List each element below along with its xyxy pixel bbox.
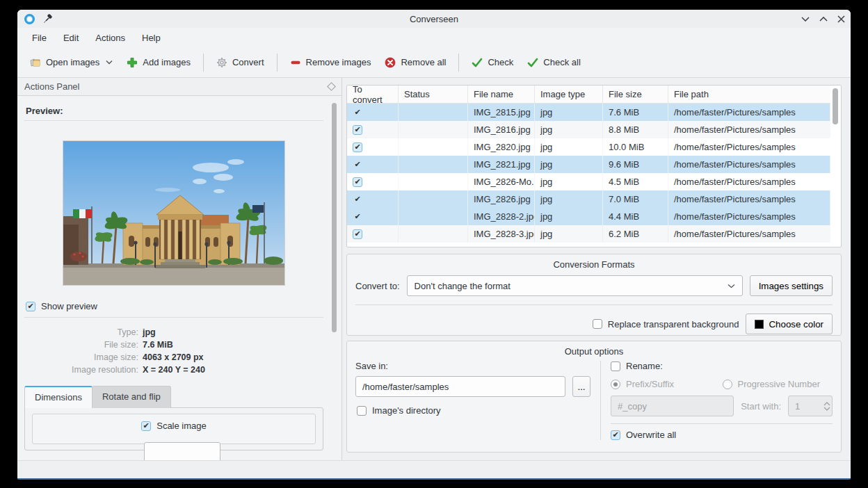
table-row[interactable]: ✔IMG_2828-3.jpgjpg6.2 MiB/home/faster/Pi… xyxy=(347,225,830,243)
table-row[interactable]: ✔IMG_2816.jpgjpg8.8 MiB/home/faster/Pict… xyxy=(347,121,830,138)
scale-image-checkbox[interactable]: ✔ Scale image xyxy=(141,421,207,431)
column-header-file-size[interactable]: File size xyxy=(603,86,668,103)
minimize-button[interactable] xyxy=(801,16,810,22)
rename-checkbox[interactable]: Rename: xyxy=(611,361,833,371)
file-path-cell: /home/faster/Pictures/samples xyxy=(668,138,830,156)
to-convert-cell: ✔ xyxy=(347,104,399,121)
to-convert-checkbox[interactable]: ✔ xyxy=(353,212,362,222)
remove-all-label: Remove all xyxy=(401,57,446,67)
replace-transparent-bg-checkbox[interactable]: Replace transparent background xyxy=(593,319,739,330)
table-row[interactable]: ✔IMG_2815.jpgjpg7.6 MiB/home/faster/Pict… xyxy=(347,104,830,121)
to-convert-cell: ✔ xyxy=(347,173,399,190)
menu-actions[interactable]: Actions xyxy=(88,30,133,46)
conversion-formats-title: Conversion Formats xyxy=(347,259,841,270)
scale-image-label: Scale image xyxy=(156,421,207,431)
table-row[interactable]: ✔IMG_2828-2.jpgjpg4.4 MiB/home/faster/Pi… xyxy=(347,208,830,225)
file-name-cell: IMG_2828-2.jpg xyxy=(468,208,535,225)
table-row[interactable]: ✔IMG_2826-Mo...jpg4.5 MiB/home/faster/Pi… xyxy=(347,173,830,190)
maximize-button[interactable] xyxy=(819,16,828,22)
convert-gear-icon xyxy=(216,57,227,68)
remove-images-label: Remove images xyxy=(306,57,371,67)
info-row: Type:jpg xyxy=(24,327,323,337)
rename-pattern-value: #_copy xyxy=(618,401,647,412)
progressive-number-radio[interactable]: Progressive Number xyxy=(723,379,821,389)
file-name-cell: IMG_2815.jpg xyxy=(468,104,535,121)
menu-edit[interactable]: Edit xyxy=(56,30,86,46)
table-row[interactable]: ✔IMG_2821.jpgjpg9.6 MiB/home/faster/Pict… xyxy=(347,156,830,173)
scale-mode-combobox[interactable] xyxy=(144,442,220,460)
table-row[interactable]: ✔IMG_2820.jpgjpg10.0 MiB/home/faster/Pic… xyxy=(347,138,830,156)
choose-color-button[interactable]: Choose color xyxy=(746,314,833,334)
file-name-cell: IMG_2826.jpg xyxy=(468,190,535,208)
save-path-input[interactable]: /home/faster/samples xyxy=(355,376,565,397)
status-cell xyxy=(399,190,468,208)
open-images-label: Open images xyxy=(46,57,99,67)
column-header-file-name[interactable]: File name xyxy=(468,86,535,103)
status-cell xyxy=(399,208,468,225)
to-convert-checkbox[interactable]: ✔ xyxy=(353,229,362,239)
convert-button[interactable]: Convert xyxy=(209,52,271,73)
rename-pattern-input[interactable]: #_copy xyxy=(611,396,734,416)
info-row: Image size:4063 x 2709 px xyxy=(24,352,323,362)
close-button[interactable] xyxy=(837,15,845,23)
prefix-suffix-radio[interactable]: Prefix/Suffix xyxy=(611,379,674,389)
choose-color-label: Choose color xyxy=(769,319,823,330)
start-with-spinbox[interactable]: 1 xyxy=(788,396,833,416)
images-settings-button[interactable]: Images settings xyxy=(750,275,833,296)
file-size-cell: 10.0 MiB xyxy=(603,138,668,156)
to-convert-checkbox[interactable]: ✔ xyxy=(353,160,362,170)
table-row[interactable]: ✔IMG_2826.jpgjpg7.0 MiB/home/faster/Pict… xyxy=(347,190,830,208)
statusbar xyxy=(17,460,851,478)
file-path-cell: /home/faster/Pictures/samples xyxy=(668,104,830,121)
tab-rotate-and-flip[interactable]: Rotate and flip xyxy=(92,386,171,408)
column-header-file-path[interactable]: File path xyxy=(668,86,830,103)
file-list-scrollbar-thumb[interactable] xyxy=(833,88,838,124)
actions-panel: Actions Panel Preview: xyxy=(17,78,342,460)
file-list-scrollbar[interactable] xyxy=(831,87,839,245)
overwrite-all-checkbox-box[interactable]: ✔ xyxy=(611,430,620,440)
to-convert-checkbox[interactable]: ✔ xyxy=(353,177,362,187)
file-name-cell: IMG_2828-3.jpg xyxy=(468,225,535,243)
check-button[interactable]: Check xyxy=(465,52,520,73)
to-convert-checkbox[interactable]: ✔ xyxy=(353,125,362,135)
column-header-image-type[interactable]: Image type xyxy=(535,86,603,103)
remove-all-button[interactable]: Remove all xyxy=(378,52,453,73)
menubar: File Edit Actions Help xyxy=(17,28,851,47)
show-preview-checkbox[interactable]: ✔ Show preview xyxy=(26,301,323,311)
to-convert-checkbox[interactable]: ✔ xyxy=(353,143,362,152)
column-header-to-convert[interactable]: To convert xyxy=(347,86,399,103)
progressive-number-radio-circle[interactable] xyxy=(723,380,732,389)
panel-scrollbar[interactable] xyxy=(330,103,337,455)
to-convert-checkbox[interactable]: ✔ xyxy=(353,195,362,204)
open-images-button[interactable]: Open images xyxy=(23,52,120,73)
spin-down-icon[interactable] xyxy=(823,407,830,411)
to-convert-checkbox[interactable]: ✔ xyxy=(353,108,362,117)
divider xyxy=(24,120,323,121)
browse-button[interactable]: ... xyxy=(572,376,590,397)
remove-images-button[interactable]: Remove images xyxy=(283,52,378,73)
show-preview-checkbox-box[interactable]: ✔ xyxy=(26,302,35,311)
menu-help[interactable]: Help xyxy=(134,30,168,46)
image-type-cell: jpg xyxy=(535,104,603,121)
spin-up-icon[interactable] xyxy=(823,402,830,406)
format-combobox[interactable]: Don't change the format xyxy=(407,275,743,296)
column-header-status[interactable]: Status xyxy=(399,86,468,103)
file-name-cell: IMG_2826-Mo... xyxy=(468,173,535,190)
status-cell xyxy=(399,156,468,173)
scale-image-checkbox-box[interactable]: ✔ xyxy=(141,421,151,431)
menu-file[interactable]: File xyxy=(24,30,54,46)
actions-panel-titlebar: Actions Panel xyxy=(17,78,341,96)
images-directory-checkbox[interactable]: Image's directory xyxy=(357,405,590,416)
info-label: Type: xyxy=(24,327,143,337)
replace-transparent-bg-checkbox-box[interactable] xyxy=(593,319,602,329)
prefix-suffix-radio-circle[interactable] xyxy=(611,380,620,389)
dock-float-icon[interactable] xyxy=(327,82,336,91)
rename-checkbox-box[interactable] xyxy=(611,361,620,371)
add-images-button[interactable]: Add images xyxy=(120,52,198,73)
overwrite-all-checkbox[interactable]: ✔ Overwrite all xyxy=(611,430,833,440)
to-convert-cell: ✔ xyxy=(347,190,399,208)
panel-scrollbar-thumb[interactable] xyxy=(332,103,337,332)
tab-dimensions[interactable]: Dimensions xyxy=(24,386,93,408)
images-directory-checkbox-box[interactable] xyxy=(357,406,367,416)
check-all-button[interactable]: Check all xyxy=(520,52,587,73)
